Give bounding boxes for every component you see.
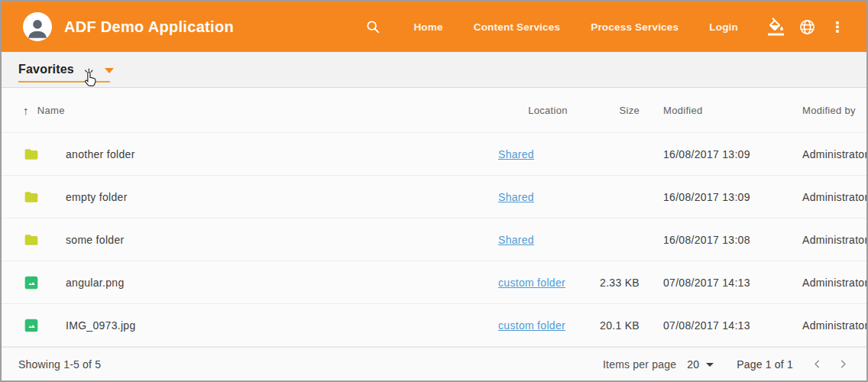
column-header-name[interactable]: ↑ Name xyxy=(2,104,498,117)
row-modified: 16/08/2017 13:09 xyxy=(640,191,779,203)
dropdown-underline xyxy=(18,81,110,83)
row-size: 2.33 KB xyxy=(598,277,640,289)
file-type-cell[interactable] xyxy=(2,189,50,205)
pagination-footer: Showing 1-5 of 5 Items per page 20 Page … xyxy=(2,347,866,380)
search-icon[interactable] xyxy=(360,14,386,40)
nav-item-content-services[interactable]: Content Services xyxy=(458,14,576,40)
row-location-link[interactable]: custom folder xyxy=(498,277,565,289)
documents-datatable: ↑ Name Location Size Modified Modified b… xyxy=(2,88,866,347)
items-per-page-label: Items per page xyxy=(603,358,676,371)
app-title: ADF Demo Application xyxy=(64,18,234,36)
table-row[interactable]: IMG_0973.jpg custom folder 20.1 KB 07/08… xyxy=(2,304,866,347)
folder-icon xyxy=(24,189,39,205)
page-indicator-label: Page 1 of 1 xyxy=(737,358,793,371)
sort-ascending-icon: ↑ xyxy=(23,104,29,117)
folder-icon xyxy=(24,147,39,162)
language-globe-icon[interactable] xyxy=(792,11,822,42)
items-per-page-select[interactable]: 20 xyxy=(687,358,714,371)
row-location-cell: Shared xyxy=(498,234,598,246)
row-location-link[interactable]: Shared xyxy=(498,234,534,246)
row-modified-by: Administrator xyxy=(779,319,866,332)
row-location-cell: Shared xyxy=(498,148,598,160)
row-modified: 16/08/2017 13:09 xyxy=(640,148,779,160)
table-row[interactable]: empty folder Shared 16/08/2017 13:09 Adm… xyxy=(2,176,866,219)
row-name[interactable]: another folder xyxy=(50,148,498,160)
column-header-location[interactable]: Location xyxy=(498,105,598,116)
file-type-cell[interactable] xyxy=(2,232,50,248)
row-location-cell: custom folder xyxy=(498,277,598,289)
view-toolbar: Favorites xyxy=(2,52,866,88)
folder-icon xyxy=(24,232,39,248)
table-body: another folder Shared 16/08/2017 13:09 A… xyxy=(2,133,866,347)
row-modified-by: Administrator xyxy=(779,191,866,203)
file-type-cell[interactable] xyxy=(2,147,50,162)
table-header-row: ↑ Name Location Size Modified Modified b… xyxy=(2,88,866,133)
chevron-down-icon xyxy=(706,363,714,367)
row-name[interactable]: empty folder xyxy=(50,191,498,203)
app-header: ADF Demo Application Home Content Servic… xyxy=(2,2,866,52)
nav-item-home[interactable]: Home xyxy=(398,14,458,40)
column-header-size[interactable]: Size xyxy=(598,105,640,116)
table-row[interactable]: some folder Shared 16/08/2017 13:08 Admi… xyxy=(2,219,866,261)
items-per-page-value: 20 xyxy=(687,358,699,371)
header-nav: Home Content Services Process Services L… xyxy=(398,14,753,40)
chevron-down-icon xyxy=(105,68,114,73)
row-location-link[interactable]: Shared xyxy=(498,191,534,203)
file-type-cell[interactable] xyxy=(2,318,50,333)
image-file-icon xyxy=(24,275,39,290)
file-type-cell[interactable] xyxy=(2,275,50,290)
row-modified: 07/08/2017 14:13 xyxy=(640,277,779,289)
pagination-controls: Items per page 20 Page 1 of 1 xyxy=(603,351,856,377)
row-name[interactable]: IMG_0973.jpg xyxy=(50,319,498,332)
favorites-dropdown[interactable]: Favorites xyxy=(18,52,114,87)
previous-page-button[interactable] xyxy=(804,351,830,377)
table-row[interactable]: angular.png custom folder 2.33 KB 07/08/… xyxy=(2,261,866,304)
column-header-name-label: Name xyxy=(37,105,65,116)
row-modified-by: Administrator xyxy=(779,277,866,289)
avatar[interactable] xyxy=(23,12,52,41)
column-header-modified-by[interactable]: Modified by xyxy=(779,105,866,116)
row-modified-by: Administrator xyxy=(779,148,866,160)
row-location-link[interactable]: Shared xyxy=(498,148,534,160)
column-header-modified[interactable]: Modified xyxy=(640,105,779,116)
user-silhouette-icon xyxy=(24,15,50,41)
row-location-cell: Shared xyxy=(498,191,598,203)
header-tool-icons: ⋮ xyxy=(761,11,853,42)
kebab-menu-icon[interactable]: ⋮ xyxy=(822,11,853,42)
row-location-link[interactable]: custom folder xyxy=(498,319,565,332)
row-modified: 07/08/2017 14:13 xyxy=(640,319,779,332)
app-window: ADF Demo Application Home Content Servic… xyxy=(0,0,868,382)
favorites-dropdown-label: Favorites xyxy=(18,63,74,76)
image-file-icon xyxy=(24,318,39,333)
nav-item-process-services[interactable]: Process Services xyxy=(575,14,694,40)
showing-range-label: Showing 1-5 of 5 xyxy=(18,358,603,371)
nav-item-login[interactable]: Login xyxy=(694,14,753,40)
row-location-cell: custom folder xyxy=(498,319,598,332)
row-modified-by: Administrator xyxy=(779,234,866,246)
color-fill-icon[interactable] xyxy=(761,11,792,42)
row-name[interactable]: some folder xyxy=(50,234,498,246)
table-row[interactable]: another folder Shared 16/08/2017 13:09 A… xyxy=(2,133,866,176)
next-page-button[interactable] xyxy=(830,351,856,377)
row-size: 20.1 KB xyxy=(598,319,640,332)
row-modified: 16/08/2017 13:08 xyxy=(640,234,779,246)
row-name[interactable]: angular.png xyxy=(50,277,498,289)
